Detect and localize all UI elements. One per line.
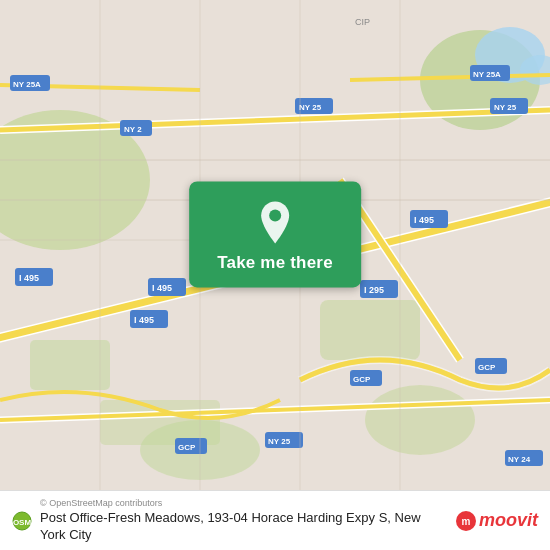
svg-text:I 495: I 495 — [152, 283, 172, 293]
svg-rect-5 — [30, 340, 110, 390]
svg-text:NY 2: NY 2 — [124, 125, 142, 134]
take-me-there-overlay: Take me there — [189, 181, 361, 287]
svg-text:NY 25A: NY 25A — [473, 70, 501, 79]
take-me-there-label: Take me there — [217, 253, 333, 273]
svg-text:m: m — [462, 516, 471, 527]
svg-text:OSM: OSM — [13, 518, 32, 527]
svg-text:GCP: GCP — [353, 375, 371, 384]
svg-text:I 495: I 495 — [19, 273, 39, 283]
take-me-there-button[interactable]: Take me there — [189, 181, 361, 287]
svg-text:NY 25: NY 25 — [299, 103, 322, 112]
svg-text:NY 25A: NY 25A — [13, 80, 41, 89]
svg-text:GCP: GCP — [478, 363, 496, 372]
map-container: I 495 I 495 I 495 I 295 NY 25 NY 25 NY 2… — [0, 0, 550, 490]
svg-text:CIP: CIP — [355, 17, 370, 27]
svg-point-58 — [269, 209, 281, 221]
svg-point-4 — [365, 385, 475, 455]
svg-text:I 495: I 495 — [134, 315, 154, 325]
location-text: Post Office-Fresh Meadows, 193-04 Horace… — [40, 510, 445, 544]
moovit-logo: m moovit — [455, 510, 538, 532]
svg-text:GCP: GCP — [178, 443, 196, 452]
moovit-icon: m — [455, 510, 477, 532]
osm-logo: OSM — [12, 511, 32, 531]
attribution-text: © OpenStreetMap contributors — [40, 498, 445, 508]
svg-text:NY 25: NY 25 — [268, 437, 291, 446]
location-pin-icon — [256, 199, 294, 245]
svg-rect-3 — [320, 300, 420, 360]
svg-text:I 295: I 295 — [364, 285, 384, 295]
svg-text:NY 24: NY 24 — [508, 455, 531, 464]
moovit-text: moovit — [479, 510, 538, 531]
svg-text:NY 25: NY 25 — [494, 103, 517, 112]
bottom-bar: OSM © OpenStreetMap contributors Post Of… — [0, 490, 550, 550]
bottom-text-group: © OpenStreetMap contributors Post Office… — [40, 498, 445, 544]
svg-text:I 495: I 495 — [414, 215, 434, 225]
